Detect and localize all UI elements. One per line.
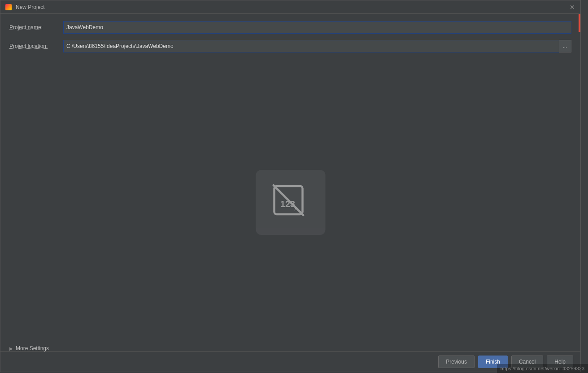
more-settings-toggle[interactable]: ▶ More Settings [9, 345, 49, 351]
dialog-titlebar: New Project ✕ [0, 0, 580, 14]
project-location-input[interactable] [63, 40, 559, 52]
project-name-row: Project name: [9, 21, 571, 34]
browse-button[interactable]: ... [559, 40, 571, 52]
dialog-title: New Project [16, 4, 569, 10]
scroll-bar[interactable] [579, 14, 580, 32]
no-image-icon: 123 / [270, 182, 311, 222]
dialog-footer: Previous Finish Cancel Help [0, 351, 580, 372]
project-name-label: Project name: [9, 24, 63, 30]
project-location-row: Project location: ... [9, 40, 571, 52]
svg-text:123: 123 [280, 199, 295, 209]
svg-text:/: / [295, 206, 296, 213]
dialog-content: Project name: Project location: ... [0, 14, 580, 351]
intellij-icon [5, 4, 12, 11]
project-name-input[interactable] [63, 21, 571, 34]
image-placeholder: 123 / [256, 170, 325, 235]
watermark: https://blog.csdn.net/weixin_43259323 [497, 364, 588, 373]
scroll-indicator [579, 14, 580, 351]
more-settings-label: More Settings [16, 345, 49, 351]
project-location-label: Project location: [9, 43, 63, 49]
new-project-dialog: New Project ✕ Project name: Project loca… [0, 0, 581, 372]
project-location-field-group: ... [63, 40, 571, 52]
close-button[interactable]: ✕ [569, 4, 576, 11]
more-settings-arrow-icon: ▶ [9, 346, 13, 351]
dialog-overlay: New Project ✕ Project name: Project loca… [0, 0, 588, 373]
previous-button[interactable]: Previous [438, 356, 475, 368]
